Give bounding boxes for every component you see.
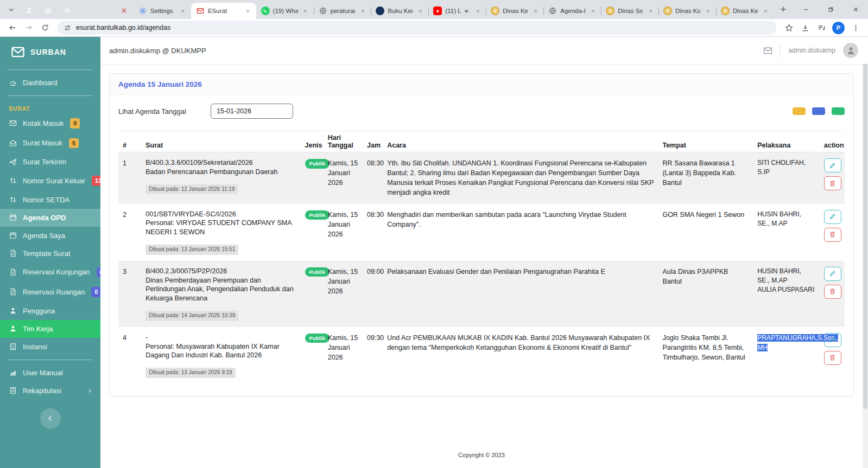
sidebar-item-nomor-surat-keluar[interactable]: Nomor Surat Keluar 137 bbox=[0, 171, 100, 191]
notifications-mail-icon[interactable] bbox=[763, 46, 772, 55]
tab-close-icon[interactable] bbox=[179, 7, 187, 15]
tab-dinas-kes[interactable]: Dinas Kes bbox=[716, 3, 774, 19]
sidebar-item-kotak-masuk[interactable]: Kotak Masuk 0 bbox=[0, 113, 100, 133]
sidebar-item-tim-kerja[interactable]: Tim Kerja bbox=[0, 320, 100, 338]
tab-buku-kerja[interactable]: Buku Kerja bbox=[371, 3, 428, 19]
tab-whatsapp[interactable]: (19) What bbox=[256, 3, 314, 19]
tab-close-icon[interactable] bbox=[244, 7, 252, 15]
tab-close-icon[interactable] bbox=[473, 7, 482, 15]
tab-close-icon[interactable] bbox=[301, 7, 310, 15]
column-header: Acara bbox=[383, 131, 658, 152]
pinned-tab-notes[interactable] bbox=[61, 5, 73, 16]
minimize-button[interactable] bbox=[793, 0, 818, 19]
tambah-agenda-manual-button[interactable] bbox=[832, 107, 845, 115]
sidebar-item-agenda-saya[interactable]: Agenda Saya bbox=[0, 227, 100, 245]
tab-esurat[interactable]: ESurat bbox=[191, 3, 256, 19]
surat-number: 001/SBT/VIRYDAE-SC/I/2026 bbox=[145, 210, 296, 219]
table-header-row: # Surat Jenis Hari Tanggal Jam Acara Tem… bbox=[118, 131, 845, 152]
globe-icon bbox=[319, 7, 327, 15]
sidebar-item-instansi[interactable]: Instansi bbox=[0, 338, 100, 356]
browser-profile-avatar[interactable]: P bbox=[832, 22, 845, 34]
tab-close-icon[interactable] bbox=[761, 7, 770, 15]
back-button[interactable] bbox=[5, 21, 20, 35]
user-icon bbox=[9, 325, 17, 332]
pinned-tab-badge[interactable] bbox=[99, 5, 111, 16]
audio-indicator-icon[interactable] bbox=[464, 8, 470, 14]
playlist-icon[interactable] bbox=[814, 21, 828, 35]
sidebar-item-nomor-setda[interactable]: Nomor SETDA bbox=[0, 191, 100, 209]
tab-close-icon[interactable] bbox=[416, 7, 425, 15]
sidebar-item-dashboard[interactable]: Dashboard bbox=[0, 74, 100, 92]
close-window-button[interactable] bbox=[843, 0, 868, 19]
tab-dinas-kep[interactable]: Dinas Kep bbox=[486, 3, 543, 19]
tab-dinas-kom[interactable]: Dinas Kom bbox=[658, 3, 716, 19]
gauge-icon bbox=[9, 79, 17, 87]
tab-close-icon[interactable] bbox=[588, 7, 597, 15]
new-tab-button[interactable] bbox=[776, 2, 791, 17]
play-icon bbox=[435, 9, 440, 14]
tab-youtube[interactable]: (11) La bbox=[428, 3, 486, 19]
surat-org: Personal: Musyawarah Kabupaten IX Kamar … bbox=[145, 342, 296, 361]
forward-button[interactable] bbox=[22, 21, 36, 35]
browser-menu-icon[interactable] bbox=[848, 21, 863, 35]
delete-button[interactable] bbox=[824, 351, 841, 365]
tab-peraturan[interactable]: peraturan bbox=[314, 3, 371, 19]
sidebar-item-reservasi-kunjungan[interactable]: Reservasi Kunjungan 0 bbox=[0, 262, 100, 283]
pinned-tab-seal[interactable] bbox=[80, 5, 92, 16]
tab-agenda-k[interactable]: Agenda-K bbox=[543, 3, 601, 19]
sidebar-item-agenda-opd[interactable]: Agenda OPD bbox=[0, 209, 100, 227]
sidebar-item-user-manual[interactable]: User Manual bbox=[0, 364, 100, 382]
agenda-card: Agenda 15 Januari 2026 Lihat Agenda Tang… bbox=[109, 73, 854, 396]
column-header: Jenis bbox=[301, 131, 324, 152]
site-info-icon[interactable] bbox=[64, 24, 71, 31]
downloads-icon[interactable] bbox=[798, 21, 812, 35]
jam: 09:30 bbox=[363, 327, 383, 384]
browser-window: Z Settings ESurat (19) What peraturan Bu… bbox=[0, 0, 868, 468]
delete-button[interactable] bbox=[824, 176, 841, 190]
lihat-fullscreen-button[interactable] bbox=[812, 107, 825, 115]
date-input[interactable] bbox=[211, 104, 293, 119]
sidebar-item-template-surat[interactable]: Template Surat bbox=[0, 245, 100, 262]
pinned-tab-instagram[interactable] bbox=[42, 5, 54, 16]
reload-button[interactable] bbox=[38, 21, 52, 35]
pinned-tab-closed[interactable] bbox=[118, 5, 130, 16]
sidebar-collapse-button[interactable] bbox=[40, 408, 61, 429]
sidebar-item-pengguna[interactable]: Pengguna bbox=[0, 302, 100, 320]
topbar-divider bbox=[780, 43, 781, 57]
sidebar-item-surat-masuk[interactable]: Surat Masuk 5 bbox=[0, 133, 100, 153]
user-avatar[interactable] bbox=[843, 43, 858, 58]
delete-button[interactable] bbox=[824, 285, 841, 299]
pelaksana-name: HUSIN BAHRI, SE., M.AP bbox=[757, 210, 815, 229]
delete-button[interactable] bbox=[824, 228, 841, 242]
sidebar-item-rekapitulasi[interactable]: Rekapitulasi bbox=[0, 382, 100, 400]
tab-close-icon[interactable] bbox=[704, 7, 712, 15]
sidebar-item-reservasi-ruangan[interactable]: Reservasi Ruangan 0 bbox=[0, 282, 100, 302]
pinned-tab-z[interactable]: Z bbox=[23, 5, 35, 16]
phone-icon bbox=[263, 9, 268, 14]
tab-search-button[interactable] bbox=[4, 3, 18, 17]
brand-name: SURBAN bbox=[30, 48, 66, 56]
jam: 09:00 bbox=[363, 261, 383, 327]
surat-number: - bbox=[145, 333, 296, 342]
pelaksana-name: HUSIN BAHRI, SE., M.AP bbox=[757, 267, 815, 286]
scrollbar-thumb[interactable] bbox=[863, 38, 867, 409]
card-header: Agenda 15 Januari 2026 bbox=[110, 74, 853, 95]
langganan-kalender-button[interactable] bbox=[793, 107, 806, 115]
row-number: 3 bbox=[118, 261, 141, 327]
restore-button[interactable] bbox=[818, 0, 843, 19]
edit-button[interactable] bbox=[824, 210, 841, 224]
building-icon bbox=[9, 343, 17, 350]
edit-button[interactable] bbox=[824, 158, 841, 172]
tab-dinas-sos[interactable]: Dinas Sos bbox=[601, 3, 658, 19]
edit-button[interactable] bbox=[824, 267, 841, 281]
sidebar-item-surat-terkirim[interactable]: Surat Terkirim bbox=[0, 153, 100, 171]
bookmark-star-icon[interactable] bbox=[782, 21, 796, 35]
page-scrollbar[interactable] bbox=[863, 37, 868, 468]
address-bar[interactable]: esurat.bantulkab.go.id/agendas bbox=[58, 21, 776, 35]
tab-close-icon[interactable] bbox=[531, 7, 540, 15]
tab-close-icon[interactable] bbox=[646, 7, 655, 15]
mail-icon bbox=[9, 119, 17, 127]
tab-settings[interactable]: Settings bbox=[134, 3, 191, 19]
jenis-badge: Publik bbox=[305, 267, 330, 277]
tab-close-icon[interactable] bbox=[358, 7, 367, 15]
